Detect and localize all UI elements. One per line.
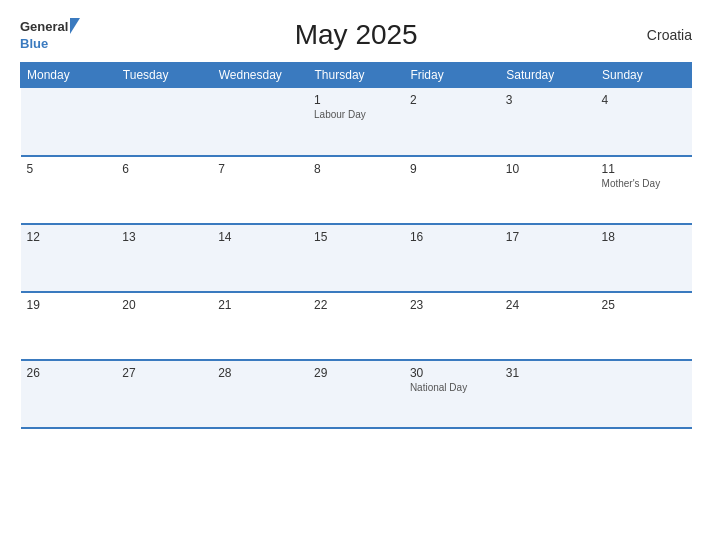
- table-row: 16: [404, 224, 500, 292]
- table-row: 10: [500, 156, 596, 224]
- day-number: 26: [27, 366, 111, 380]
- table-row: 30National Day: [404, 360, 500, 428]
- day-number: 24: [506, 298, 590, 312]
- col-tuesday: Tuesday: [116, 63, 212, 88]
- table-row: 7: [212, 156, 308, 224]
- day-number: 5: [27, 162, 111, 176]
- day-number: 12: [27, 230, 111, 244]
- day-number: 21: [218, 298, 302, 312]
- calendar-week-row: 567891011Mother's Day: [21, 156, 692, 224]
- table-row: 23: [404, 292, 500, 360]
- day-number: 8: [314, 162, 398, 176]
- header: General General Blue May 2025 Croatia: [20, 18, 692, 52]
- table-row: 4: [596, 88, 692, 156]
- calendar-week-row: 12131415161718: [21, 224, 692, 292]
- day-number: 17: [506, 230, 590, 244]
- table-row: [212, 88, 308, 156]
- col-monday: Monday: [21, 63, 117, 88]
- table-row: 28: [212, 360, 308, 428]
- day-number: 14: [218, 230, 302, 244]
- day-number: 28: [218, 366, 302, 380]
- day-number: 18: [602, 230, 686, 244]
- table-row: 22: [308, 292, 404, 360]
- calendar-page: General General Blue May 2025 Croatia Mo…: [0, 0, 712, 550]
- calendar-week-row: 2627282930National Day31: [21, 360, 692, 428]
- table-row: 14: [212, 224, 308, 292]
- page-title: May 2025: [80, 19, 632, 51]
- table-row: 26: [21, 360, 117, 428]
- table-row: 12: [21, 224, 117, 292]
- day-number: 27: [122, 366, 206, 380]
- day-number: 22: [314, 298, 398, 312]
- day-number: 31: [506, 366, 590, 380]
- day-number: 11: [602, 162, 686, 176]
- col-sunday: Sunday: [596, 63, 692, 88]
- table-row: 11Mother's Day: [596, 156, 692, 224]
- table-row: 1Labour Day: [308, 88, 404, 156]
- day-number: 1: [314, 93, 398, 107]
- table-row: 13: [116, 224, 212, 292]
- calendar-header-row: Monday Tuesday Wednesday Thursday Friday…: [21, 63, 692, 88]
- table-row: [116, 88, 212, 156]
- table-row: 6: [116, 156, 212, 224]
- holiday-label: Labour Day: [314, 109, 398, 120]
- day-number: 19: [27, 298, 111, 312]
- day-number: 7: [218, 162, 302, 176]
- table-row: [596, 360, 692, 428]
- day-number: 25: [602, 298, 686, 312]
- day-number: 3: [506, 93, 590, 107]
- day-number: 29: [314, 366, 398, 380]
- day-number: 2: [410, 93, 494, 107]
- table-row: 31: [500, 360, 596, 428]
- table-row: 20: [116, 292, 212, 360]
- table-row: 17: [500, 224, 596, 292]
- table-row: [21, 88, 117, 156]
- logo-general: General: [20, 19, 68, 34]
- day-number: 23: [410, 298, 494, 312]
- day-number: 15: [314, 230, 398, 244]
- logo-blue: Blue: [20, 36, 48, 51]
- logo-line2: Blue: [20, 34, 48, 52]
- day-number: 9: [410, 162, 494, 176]
- col-saturday: Saturday: [500, 63, 596, 88]
- holiday-label: National Day: [410, 382, 494, 393]
- day-number: 4: [602, 93, 686, 107]
- col-friday: Friday: [404, 63, 500, 88]
- table-row: 24: [500, 292, 596, 360]
- col-wednesday: Wednesday: [212, 63, 308, 88]
- table-row: 27: [116, 360, 212, 428]
- logo-line1: General: [20, 18, 80, 34]
- logo-flag-triangle: [70, 18, 80, 34]
- table-row: 25: [596, 292, 692, 360]
- calendar-week-row: 19202122232425: [21, 292, 692, 360]
- logo-block: General Blue: [20, 18, 80, 52]
- table-row: 5: [21, 156, 117, 224]
- table-row: 9: [404, 156, 500, 224]
- table-row: 21: [212, 292, 308, 360]
- day-number: 6: [122, 162, 206, 176]
- day-number: 30: [410, 366, 494, 380]
- table-row: 19: [21, 292, 117, 360]
- calendar-week-row: 1Labour Day234: [21, 88, 692, 156]
- day-number: 16: [410, 230, 494, 244]
- table-row: 2: [404, 88, 500, 156]
- day-number: 20: [122, 298, 206, 312]
- table-row: 29: [308, 360, 404, 428]
- day-number: 10: [506, 162, 590, 176]
- table-row: 15: [308, 224, 404, 292]
- holiday-label: Mother's Day: [602, 178, 686, 189]
- table-row: 18: [596, 224, 692, 292]
- table-row: 3: [500, 88, 596, 156]
- calendar-table: Monday Tuesday Wednesday Thursday Friday…: [20, 62, 692, 429]
- country-label: Croatia: [632, 27, 692, 43]
- day-number: 13: [122, 230, 206, 244]
- col-thursday: Thursday: [308, 63, 404, 88]
- table-row: 8: [308, 156, 404, 224]
